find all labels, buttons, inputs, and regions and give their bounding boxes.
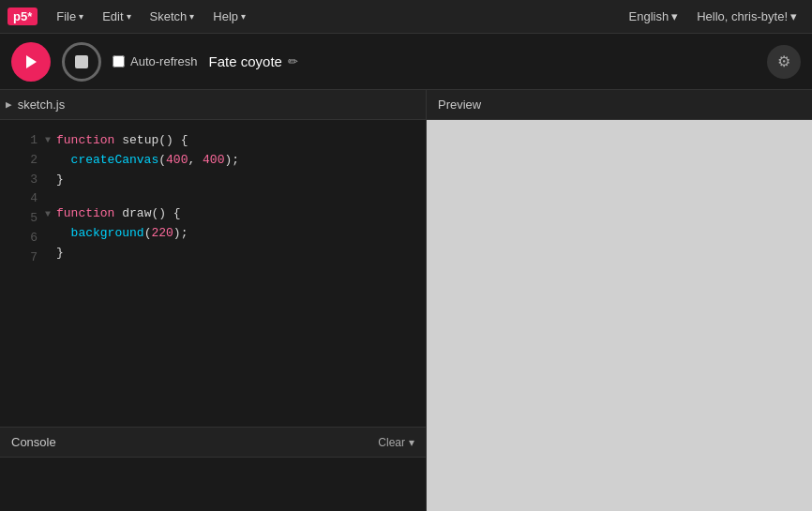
line-numbers: 1234567 [0,120,45,427]
preview-label: Preview [438,98,481,112]
menu-edit[interactable]: Edit ▾ [95,6,138,27]
console-title: Console [11,435,56,449]
code-line: ▼function setup() { [45,131,426,151]
code-line: ▼function draw() { [45,204,426,224]
plain-token [56,224,71,244]
svg-marker-0 [26,55,37,68]
plain-token: } [56,171,64,190]
code-editor[interactable]: 1234567 ▼function setup() { createCanvas… [0,120,426,427]
left-panel: ▶ sketch.js 1234567 ▼function setup() { … [0,90,427,511]
menu-file[interactable]: File ▾ [49,6,91,27]
settings-button[interactable]: ⚙ [767,45,801,79]
console-clear-button[interactable]: Clear ▾ [378,436,414,449]
collapse-arrow-icon[interactable]: ▶ [6,98,12,111]
menu-sketch[interactable]: Sketch ▾ [143,6,203,27]
plain-token [56,151,71,171]
pencil-icon[interactable]: ✏ [288,54,298,68]
stop-button[interactable] [62,42,101,82]
function-token: background [71,224,144,244]
auto-refresh-checkbox[interactable] [113,55,125,68]
line-number: 2 [0,151,38,171]
sketch-name-display: Fate coyote ✏ [209,53,298,69]
code-line [45,189,426,204]
number-token: 400 [166,151,188,171]
gear-icon: ⚙ [777,53,790,70]
line-number: 3 [0,171,38,190]
keyword-token: function [56,131,114,151]
topbar: p5* File ▾ Edit ▾ Sketch ▾ Help ▾ Englis… [0,0,812,34]
editor-area: ▶ sketch.js 1234567 ▼function setup() { … [0,90,812,511]
greeting-text: Hello, chris-byte! [697,9,788,23]
nav-right: English ▾ Hello, chris-byte! ▾ [622,6,804,27]
right-panel: Preview [427,90,812,511]
stop-icon [75,55,88,68]
user-chevron-icon: ▾ [790,9,797,23]
clear-chevron-icon: ▾ [409,436,414,449]
plain-token: draw() { [114,204,180,224]
fold-indicator-icon [45,173,54,188]
fold-indicator-icon[interactable]: ▼ [45,133,54,148]
file-tab-label: sketch.js [18,98,66,112]
number-token: 220 [151,224,173,244]
sketch-chevron-icon: ▾ [189,11,194,22]
line-number: 1 [0,131,38,151]
clear-label: Clear [378,436,405,449]
edit-chevron-icon: ▾ [127,11,131,22]
auto-refresh-toggle[interactable]: Auto-refresh [113,54,198,68]
function-token: createCanvas [71,151,159,171]
plain-token: ( [144,224,152,244]
line-number: 5 [0,209,38,229]
p5-logo[interactable]: p5* [8,8,38,25]
help-chevron-icon: ▾ [241,11,246,22]
line-number: 7 [0,248,38,268]
play-icon [24,54,38,69]
fold-indicator-icon [45,189,54,204]
code-line: } [45,171,426,190]
file-chevron-icon: ▾ [79,11,83,22]
plain-token: setup() { [114,131,188,151]
plain-token: , [188,151,203,171]
nav-menu: File ▾ Edit ▾ Sketch ▾ Help ▾ [49,6,253,27]
console-panel: Console Clear ▾ [0,427,426,511]
language-selector[interactable]: English ▾ [622,6,686,27]
code-line: } [45,244,426,263]
code-line: background(220); [45,224,426,244]
line-number: 4 [0,189,38,209]
fold-indicator-icon[interactable]: ▼ [45,207,54,222]
preview-header: Preview [427,90,812,120]
auto-refresh-label: Auto-refresh [130,54,198,68]
plain-token: } [56,244,64,263]
user-greeting[interactable]: Hello, chris-byte! ▾ [689,6,804,27]
code-content[interactable]: ▼function setup() { createCanvas(400, 40… [45,120,426,427]
fold-indicator-icon [45,246,54,261]
sketch-name-text: Fate coyote [209,53,282,69]
play-button[interactable] [11,42,51,82]
console-header: Console Clear ▾ [0,428,426,458]
line-number: 6 [0,229,38,248]
keyword-token: function [56,204,114,224]
plain-token: ); [224,151,239,171]
number-token: 400 [203,151,224,171]
file-tab: ▶ sketch.js [0,90,426,120]
plain-token: ( [158,151,166,171]
preview-canvas [427,120,812,511]
console-output [0,458,426,511]
plain-token: ); [173,224,188,244]
toolbar: Auto-refresh Fate coyote ✏ ⚙ [0,34,812,90]
code-line: createCanvas(400, 400); [45,151,426,171]
menu-help[interactable]: Help ▾ [205,6,253,27]
language-label: English [629,9,669,23]
fold-indicator-icon [45,227,54,242]
fold-indicator-icon [45,153,54,168]
language-chevron-icon: ▾ [671,9,678,23]
